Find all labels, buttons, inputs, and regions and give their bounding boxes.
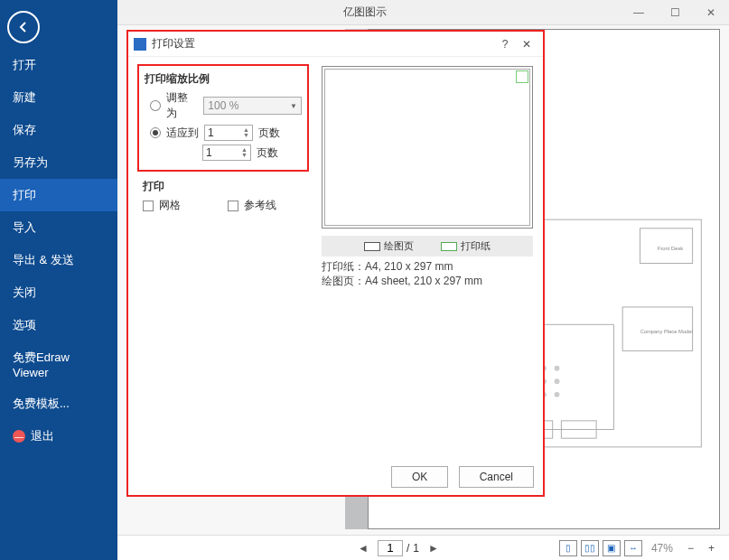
window-controls: — ☐ ✕ [621,0,729,25]
print-settings-dialog: 打印设置 ? ✕ 打印缩放比例 调整为 100 % ▼ 适应到 1 ▲▼ [126,30,545,497]
print-preview-box [322,66,533,229]
minimize-button[interactable]: — [621,0,657,25]
fit-radio[interactable] [150,127,161,138]
zoom-scale-group: 打印缩放比例 调整为 100 % ▼ 适应到 1 ▲▼ 页数 [137,64,309,172]
guide-checkbox[interactable] [228,201,238,211]
adjust-label: 调整为 [166,90,199,121]
sidebar-item-close[interactable]: 关闭 [0,276,117,309]
preview-inner [324,69,530,226]
pages-tall-spinner[interactable]: 1 ▲▼ [202,145,251,161]
dialog-body: 打印缩放比例 调整为 100 % ▼ 适应到 1 ▲▼ 页数 [128,57,543,459]
dialog-title: 打印设置 [152,36,494,51]
chevron-down-icon: ▼ [290,102,297,110]
exit-label: 退出 [31,428,54,444]
page-nav: ◄ / 1 ► [352,540,444,556]
spinner-arrows-icon: ▲▼ [241,147,248,158]
prev-page-button[interactable]: ◄ [352,542,374,555]
sidebar-item-saveas[interactable]: 另存为 [0,146,117,179]
fit-row-2: 1 ▲▼ 页数 [145,145,302,161]
back-button[interactable] [7,11,40,43]
scale-value: 100 % [208,99,238,112]
sidebar-item-exit[interactable]: — 退出 [0,420,117,453]
print-group-label: 打印 [143,179,304,194]
fit-row: 适应到 1 ▲▼ 页数 [145,125,302,141]
zoom-in-button[interactable]: + [703,542,720,555]
sidebar: 打开 新建 保存 另存为 打印 导入 导出 & 发送 关闭 选项 免费Edraw… [0,0,117,560]
guide-label: 参考线 [244,198,276,213]
preview-corner-icon [516,70,528,83]
sidebar-item-print[interactable]: 打印 [0,179,117,211]
maximize-button[interactable]: ☐ [657,0,693,25]
ok-button[interactable]: OK [391,466,448,488]
exit-icon: — [13,430,25,443]
view-fit-button[interactable]: ▣ [603,540,621,556]
sidebar-item-options[interactable]: 选项 [0,309,117,341]
pages-w-value: 1 [208,126,214,139]
app-title: 亿图图示 [343,5,387,20]
adjust-radio[interactable] [150,100,161,111]
view-single-button[interactable]: ▯ [559,540,577,556]
zoom-out-button[interactable]: − [682,542,699,555]
info-sheet: 绘图页：A4 sheet, 210 x 297 mm [322,274,482,289]
print-options-group: 打印 网格 参考线 [137,175,309,217]
svg-text:Front Desk: Front Desk [658,246,683,251]
scale-combo[interactable]: 100 % ▼ [203,97,302,115]
view-controls: ▯ ▯▯ ▣ ↔ 47% − + [559,540,720,556]
pages-h-value: 1 [206,146,212,159]
fit-label: 适应到 [166,126,199,141]
grid-checkbox[interactable] [143,201,154,211]
close-button[interactable]: ✕ [693,0,729,25]
spinner-arrows-icon: ▲▼ [243,127,249,138]
dialog-footer: OK Cancel [128,459,543,495]
arrow-left-icon [16,20,31,34]
legend-row: 绘图页 打印纸 [322,236,533,257]
pages-wide-spinner[interactable]: 1 ▲▼ [204,125,253,141]
info-paper: 打印纸：A4, 210 x 297 mm [322,259,453,275]
sidebar-item-templates[interactable]: 免费模板... [0,387,117,420]
svg-text:Company Place Model: Company Place Model [640,329,693,334]
sidebar-item-new[interactable]: 新建 [0,81,117,114]
view-double-button[interactable]: ▯▯ [581,540,599,556]
page-input[interactable] [378,540,403,556]
pages-suffix-1: 页数 [258,126,280,141]
pages-suffix-2: 页数 [257,145,278,161]
legend-box-draw [364,242,380,251]
zoom-value: 47% [651,542,673,555]
dialog-help-button[interactable]: ? [494,38,516,51]
page-total: 1 [413,542,419,555]
legend-drawpage: 绘图页 [364,239,414,253]
next-page-button[interactable]: ► [423,542,444,555]
legend-printpaper: 打印纸 [441,239,491,253]
sidebar-item-open[interactable]: 打开 [0,49,117,81]
page-sep: / [407,542,409,555]
sidebar-item-import[interactable]: 导入 [0,211,117,244]
view-width-button[interactable]: ↔ [624,540,642,556]
dialog-close-button[interactable]: ✕ [516,38,537,51]
cancel-button[interactable]: Cancel [459,466,534,488]
svg-point-22 [555,366,560,371]
dialog-titlebar: 打印设置 ? ✕ [128,32,543,57]
sidebar-item-export[interactable]: 导出 & 发送 [0,244,117,276]
svg-point-30 [555,392,560,397]
dialog-app-icon [134,38,146,51]
legend-draw-label: 绘图页 [384,239,414,253]
svg-point-26 [555,378,560,384]
sidebar-item-save[interactable]: 保存 [0,114,117,146]
legend-box-print [441,242,457,251]
statusbar: ◄ / 1 ► ▯ ▯▯ ▣ ↔ 47% − + [117,535,729,560]
legend-print-label: 打印纸 [461,239,491,253]
zoom-label: 打印缩放比例 [145,71,302,87]
grid-label: 网格 [159,198,181,213]
sidebar-item-viewer[interactable]: 免费Edraw Viewer [0,341,117,387]
adjust-row: 调整为 100 % ▼ [145,90,302,121]
